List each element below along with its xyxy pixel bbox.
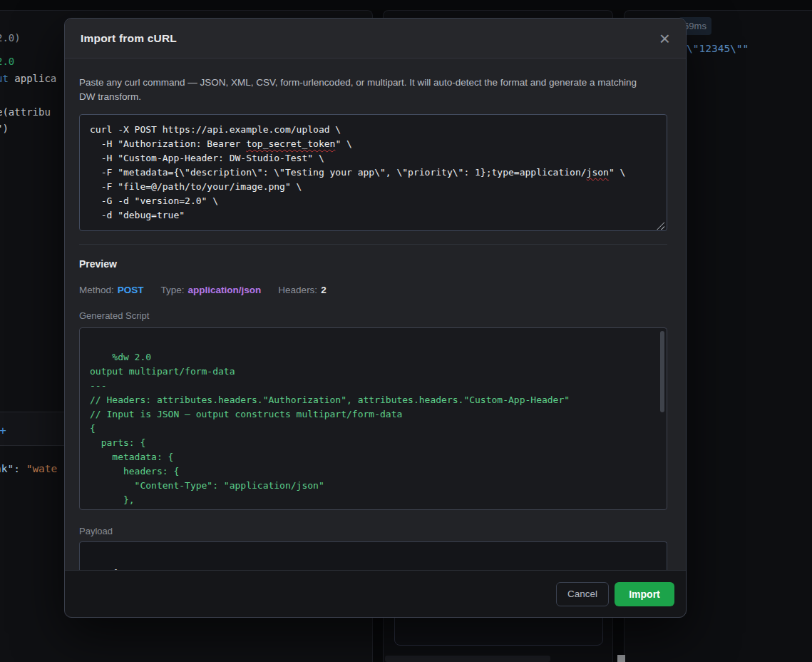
output-code-fragment: \"12345\"" (687, 43, 749, 54)
method-label: Method: (79, 285, 114, 295)
scrollbar-thumb[interactable] (617, 655, 625, 662)
cancel-button[interactable]: Cancel (556, 582, 609, 606)
editor-line: e(attribu (0, 106, 59, 123)
headers-meta: Headers: 2 (278, 285, 326, 295)
type-meta: Type: application/json (161, 285, 262, 295)
close-icon[interactable]: × (659, 29, 670, 48)
dialog-title: Import from cURL (81, 32, 177, 45)
execution-time-label: 69ms (684, 21, 706, 31)
preview-heading: Preview (79, 258, 117, 270)
editor-header-fragment: 2.0) (0, 32, 21, 44)
payload-label: Payload (79, 526, 113, 536)
dialog-header: Import from cURL × (65, 19, 686, 58)
add-input-button[interactable]: + (0, 422, 11, 439)
section-divider (79, 244, 667, 245)
preview-meta-row: Method: POST Type: application/json Head… (79, 285, 327, 295)
payload-code[interactable]: { (79, 541, 667, 571)
headers-value: 2 (321, 285, 327, 295)
type-value: application/json (188, 285, 262, 295)
json-input-fragment: nk": "wate (0, 463, 57, 474)
scrollbar-thumb[interactable] (660, 331, 664, 412)
middle-panel-bar (385, 656, 550, 662)
editor-line: ut applica (0, 73, 59, 90)
editor-line: ") (0, 123, 59, 140)
method-meta: Method: POST (79, 285, 144, 295)
curl-command-input[interactable]: curl -X POST https://api.example.com/upl… (79, 114, 667, 231)
editor-code-fragment: 2.0 ut applica e(attribu ") (0, 56, 59, 140)
type-label: Type: (161, 285, 185, 295)
method-value: POST (118, 285, 144, 295)
generated-script-text: %dw 2.0 output multipart/form-data --- /… (90, 352, 570, 510)
import-curl-dialog: Import from cURL × Paste any curl comman… (64, 18, 687, 618)
dialog-description: Paste any curl command — JSON, XML, CSV,… (79, 76, 653, 104)
dialog-footer: Cancel Import (65, 570, 686, 617)
headers-label: Headers: (278, 285, 317, 295)
editor-line (0, 89, 59, 106)
generated-script-code[interactable]: %dw 2.0 output multipart/form-data --- /… (79, 327, 667, 510)
editor-line: 2.0 (0, 56, 59, 73)
generated-script-label: Generated Script (79, 310, 149, 321)
import-button[interactable]: Import (615, 582, 674, 606)
